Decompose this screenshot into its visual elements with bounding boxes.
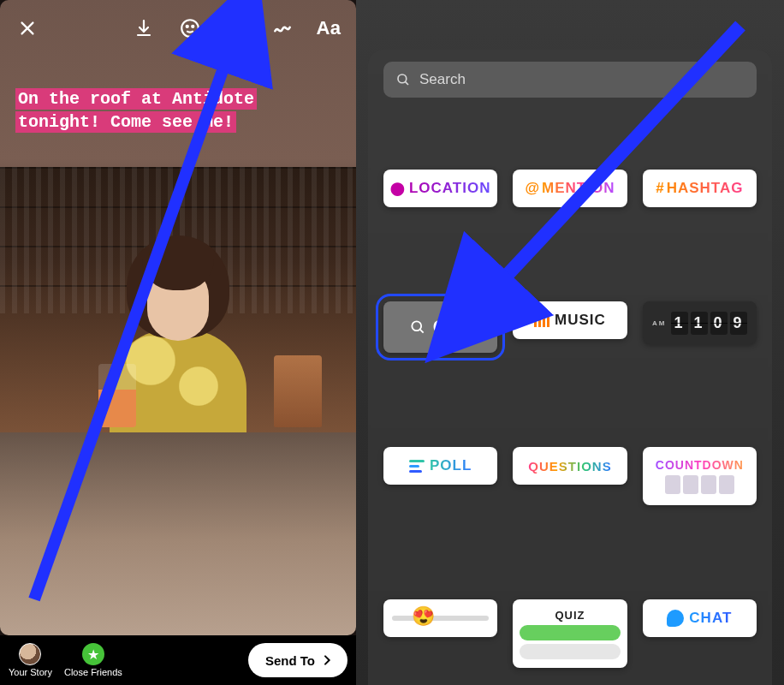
countdown-segments-icon [665, 475, 734, 494]
quiz-option-icon [520, 644, 620, 659]
poll-icon [409, 460, 425, 473]
svg-point-2 [192, 26, 193, 27]
sticker-search-input[interactable]: Search [383, 62, 757, 98]
sticker-label: QUIZ [555, 609, 585, 622]
at-icon: @ [526, 180, 541, 197]
sticker-music[interactable]: MUSIC [513, 301, 627, 339]
time-digit: 9 [730, 312, 747, 335]
sticker-poll[interactable]: POLL [383, 447, 497, 485]
story-caption[interactable]: On the roof at Antidote tonight! Come se… [15, 87, 257, 134]
sticker-label: POLL [430, 457, 472, 474]
star-icon: ★ [82, 643, 104, 665]
svg-point-3 [233, 27, 235, 29]
sticker-label: MUSIC [555, 312, 606, 329]
sticker-mention[interactable]: @MENTION [513, 170, 627, 207]
story-editor-screen: Aa On the roof at Antidote tonight! Come… [0, 0, 356, 685]
story-caption-line: tonight! Come see me! [15, 111, 236, 133]
face-filter-icon[interactable] [173, 11, 207, 45]
heart-eyes-emoji-icon: 😍 [412, 605, 436, 628]
sticker-label: MENTION [542, 180, 615, 197]
svg-point-6 [412, 321, 421, 331]
sticker-grid: ⬤ LOCATION @MENTION #HASHTAG GIF MUSIC A… [383, 170, 757, 668]
sticker-quiz[interactable]: QUIZ [513, 599, 627, 668]
your-story-button[interactable]: Your Story [9, 643, 52, 677]
time-digit: 1 [671, 312, 688, 335]
download-icon[interactable] [127, 11, 161, 45]
send-to-button[interactable]: Send To [248, 643, 347, 677]
draw-icon[interactable] [265, 11, 300, 45]
chevron-right-icon [320, 653, 334, 667]
story-photo [0, 167, 356, 432]
svg-point-1 [187, 26, 188, 27]
am-label: AM [652, 319, 666, 327]
sticker-label: CHAT [689, 610, 732, 627]
sticker-time[interactable]: AM 1 1 0 9 [643, 301, 757, 344]
sticker-hashtag[interactable]: #HASHTAG [643, 170, 757, 207]
svg-point-0 [181, 20, 199, 37]
pin-icon: ⬤ [390, 181, 406, 196]
close-icon[interactable] [10, 11, 45, 45]
text-tool-label: Aa [316, 17, 341, 39]
sticker-location[interactable]: ⬤ LOCATION [383, 170, 497, 207]
sticker-icon[interactable] [219, 11, 253, 45]
quiz-option-icon [520, 625, 620, 640]
search-icon [395, 72, 411, 87]
sticker-label: COUNTDOWN [656, 458, 744, 472]
sticker-questions[interactable]: QUESTIONS [513, 447, 627, 485]
hash-icon: # [656, 180, 664, 197]
send-to-label: Send To [265, 653, 315, 668]
sticker-label: HASHTAG [667, 180, 744, 197]
sticker-tray[interactable]: Search ⬤ LOCATION @MENTION #HASHTAG GIF … [368, 50, 772, 685]
close-friends-button[interactable]: ★ Close Friends [64, 643, 122, 677]
story-canvas[interactable]: Aa On the roof at Antidote tonight! Come… [0, 0, 356, 635]
sticker-tray-screen: Search ⬤ LOCATION @MENTION #HASHTAG GIF … [356, 0, 784, 685]
sticker-gif[interactable]: GIF [383, 301, 497, 353]
chat-bubble-icon [667, 610, 684, 627]
sticker-countdown[interactable]: COUNTDOWN [643, 447, 757, 505]
story-toolbar: Aa [0, 0, 356, 57]
time-digit: 1 [691, 312, 708, 335]
svg-point-4 [237, 27, 239, 29]
sticker-chat[interactable]: CHAT [643, 599, 757, 637]
svg-point-5 [398, 74, 407, 83]
close-friends-label: Close Friends [64, 667, 122, 677]
time-digit: 0 [710, 312, 728, 335]
sticker-emoji-slider[interactable]: 😍 [383, 599, 497, 637]
text-tool-button[interactable]: Aa [312, 11, 346, 45]
slider-track-icon: 😍 [392, 616, 489, 621]
story-caption-line: On the roof at Antidote [15, 88, 257, 110]
story-bottom-bar: Your Story ★ Close Friends Send To [0, 635, 356, 685]
sticker-label: LOCATION [409, 180, 491, 197]
avatar-icon [19, 643, 41, 665]
sticker-label: QUESTIONS [528, 459, 611, 474]
search-placeholder: Search [419, 71, 466, 88]
music-bars-icon [534, 313, 549, 327]
sticker-label: GIF [433, 316, 472, 338]
your-story-label: Your Story [9, 667, 52, 677]
search-icon [409, 319, 426, 336]
